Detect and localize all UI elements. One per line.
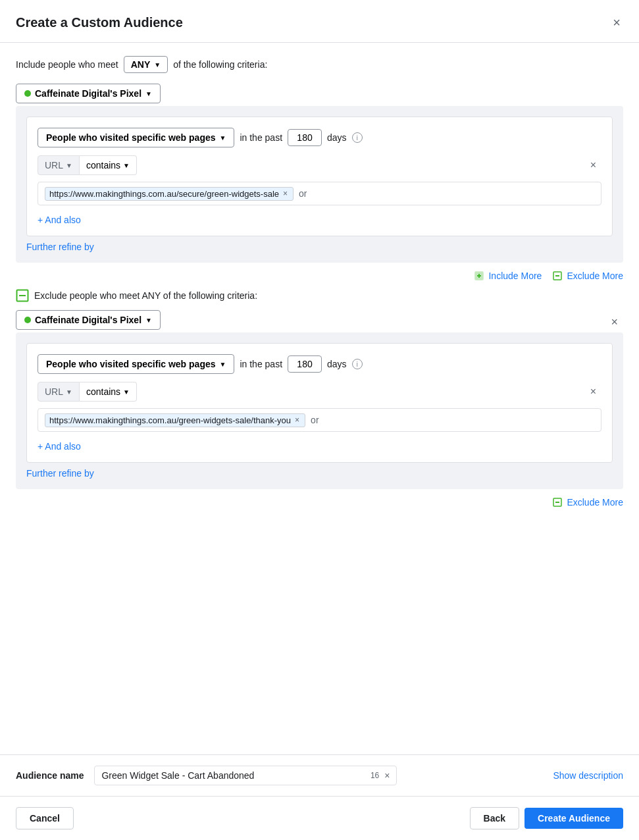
audience-name-input-wrap: 16 × (94, 766, 397, 785)
show-description-link[interactable]: Show description (553, 770, 623, 781)
exclude-url-filter-row: URL ▼ contains ▼ × (38, 382, 601, 402)
include-further-refine-link[interactable]: Further refine by (26, 242, 94, 252)
exclude-info-icon[interactable]: i (352, 359, 363, 369)
exclude-pixel-button[interactable]: Caffeinate Digital's Pixel ▼ (16, 310, 161, 330)
exclude-in-past-text: in the past (240, 359, 282, 369)
exclude-url-tag-remove-button[interactable]: × (294, 415, 301, 425)
include-or-text: or (299, 188, 307, 199)
include-in-past-text: in the past (240, 132, 282, 143)
pixel-dot-icon (24, 90, 31, 97)
footer-right: Back Create Audience (470, 807, 623, 829)
any-chevron-icon: ▼ (154, 61, 161, 68)
exclude-url-value-row: https://www.makingthings.com.au/green-wi… (38, 408, 601, 432)
char-count: 16 (371, 771, 379, 780)
exclude-url-chevron-icon: ▼ (66, 388, 72, 396)
contains-chevron-icon: ▼ (123, 162, 130, 169)
include-remove-row-button[interactable]: × (585, 157, 601, 174)
any-label: ANY (131, 59, 151, 70)
exclude-more-icon (552, 271, 563, 281)
modal-footer: Cancel Back Create Audience (0, 796, 639, 840)
include-web-pages-row: People who visited specific web pages ▼ … (38, 128, 601, 147)
exclude-url-tag: https://www.makingthings.com.au/green-wi… (45, 413, 305, 427)
close-button[interactable]: × (610, 13, 623, 32)
modal-header: Create a Custom Audience × (0, 0, 639, 43)
of-following-text: of the following criteria: (173, 59, 267, 70)
include-more-label: Include More (488, 271, 542, 281)
include-url-dropdown[interactable]: URL ▼ (38, 155, 80, 175)
include-text: Include people who meet (16, 59, 118, 70)
include-criteria-inner: People who visited specific web pages ▼ … (26, 117, 613, 236)
exclude-criteria-inner: People who visited specific web pages ▼ … (26, 343, 613, 463)
cancel-button[interactable]: Cancel (16, 807, 74, 829)
include-contains-dropdown[interactable]: contains ▼ (80, 155, 137, 175)
exclude-and-also-link[interactable]: + And also (38, 441, 81, 452)
exclude-url-label: URL (45, 386, 63, 397)
exclude-section-header: Exclude people who meet ANY of the follo… (16, 289, 623, 302)
exclude-further-refine-link[interactable]: Further refine by (26, 468, 94, 479)
exclude-web-pages-dropdown[interactable]: People who visited specific web pages ▼ (38, 354, 234, 374)
exclude-days-text: days (327, 359, 347, 369)
modal-title: Create a Custom Audience (16, 15, 183, 30)
include-url-tag-remove-button[interactable]: × (282, 189, 289, 198)
exclude-text: Exclude people who meet ANY of the follo… (34, 290, 257, 301)
include-and-also-link[interactable]: + And also (38, 215, 81, 225)
audience-name-label: Audience name (16, 770, 84, 781)
exclude-section-close-button[interactable]: × (611, 315, 618, 329)
include-criteria-section: People who visited specific web pages ▼ … (16, 106, 623, 263)
include-url-value-row: https://www.makingthings.com.au/secure/g… (38, 182, 601, 205)
include-pixel-section: Caffeinate Digital's Pixel ▼ (16, 84, 623, 103)
bottom-exclude-more-icon (552, 497, 563, 508)
url-chevron-icon: ▼ (66, 162, 72, 169)
exclude-pixel-section: Caffeinate Digital's Pixel ▼ × (16, 310, 623, 330)
include-days-input[interactable] (288, 129, 322, 146)
exclude-criteria-section: People who visited specific web pages ▼ … (16, 332, 623, 489)
exclude-only-actions: Exclude More (16, 497, 623, 508)
pixel-chevron-icon: ▼ (145, 90, 152, 97)
include-pixel-name: Caffeinate Digital's Pixel (35, 88, 141, 99)
include-url-tag: https://www.makingthings.com.au/secure/g… (45, 187, 294, 201)
exclude-url-value: https://www.makingthings.com.au/green-wi… (49, 415, 291, 425)
audience-name-input[interactable] (101, 770, 365, 781)
include-url-label: URL (45, 160, 63, 171)
exclude-pixel-name: Caffeinate Digital's Pixel (35, 315, 141, 325)
exclude-pixel-dot-icon (24, 317, 31, 323)
include-more-icon (474, 271, 484, 281)
include-web-pages-label: People who visited specific web pages (46, 132, 216, 143)
exclude-pixel-chevron-icon: ▼ (145, 317, 152, 324)
exclude-remove-row-button[interactable]: × (585, 383, 601, 400)
back-button[interactable]: Back (470, 807, 519, 829)
exclude-url-tag-container: https://www.makingthings.com.au/green-wi… (38, 408, 601, 432)
any-dropdown[interactable]: ANY ▼ (124, 56, 168, 73)
include-contains-label: contains (86, 160, 120, 171)
exclude-web-pages-row: People who visited specific web pages ▼ … (38, 354, 601, 374)
include-info-icon[interactable]: i (352, 132, 363, 143)
exclude-days-input[interactable] (288, 355, 322, 373)
include-web-pages-dropdown[interactable]: People who visited specific web pages ▼ (38, 128, 234, 147)
include-url-filter-row: URL ▼ contains ▼ × (38, 155, 601, 175)
web-pages-chevron-icon: ▼ (220, 134, 226, 142)
include-days-text: days (327, 132, 347, 143)
include-criteria-row: Include people who meet ANY ▼ of the fol… (16, 56, 623, 73)
clear-audience-name-button[interactable]: × (384, 770, 390, 781)
audience-name-section: Audience name 16 × Show description (0, 754, 639, 796)
exclude-web-pages-chevron-icon: ▼ (220, 361, 226, 368)
exclude-icon (16, 289, 29, 302)
exclude-contains-label: contains (86, 386, 120, 397)
include-url-tag-container: https://www.makingthings.com.au/secure/g… (38, 182, 601, 205)
include-exclude-actions: Include More Exclude More (16, 271, 623, 281)
exclude-url-dropdown[interactable]: URL ▼ (38, 382, 80, 402)
modal-body: Include people who meet ANY ▼ of the fol… (0, 43, 639, 754)
create-audience-button[interactable]: Create Audience (524, 808, 623, 829)
exclude-contains-dropdown[interactable]: contains ▼ (80, 382, 137, 402)
exclude-more-label: Exclude More (567, 271, 623, 281)
exclude-web-pages-label: People who visited specific web pages (46, 359, 216, 369)
include-pixel-button[interactable]: Caffeinate Digital's Pixel ▼ (16, 84, 161, 103)
include-more-link[interactable]: Include More (474, 271, 542, 281)
bottom-exclude-more-link[interactable]: Exclude More (552, 497, 623, 508)
include-url-value: https://www.makingthings.com.au/secure/g… (49, 189, 279, 199)
bottom-exclude-more-label: Exclude More (567, 497, 623, 508)
exclude-or-text: or (311, 415, 319, 425)
modal: Create a Custom Audience × Include peopl… (0, 0, 639, 840)
exclude-more-link[interactable]: Exclude More (552, 271, 623, 281)
exclude-contains-chevron-icon: ▼ (123, 388, 130, 396)
